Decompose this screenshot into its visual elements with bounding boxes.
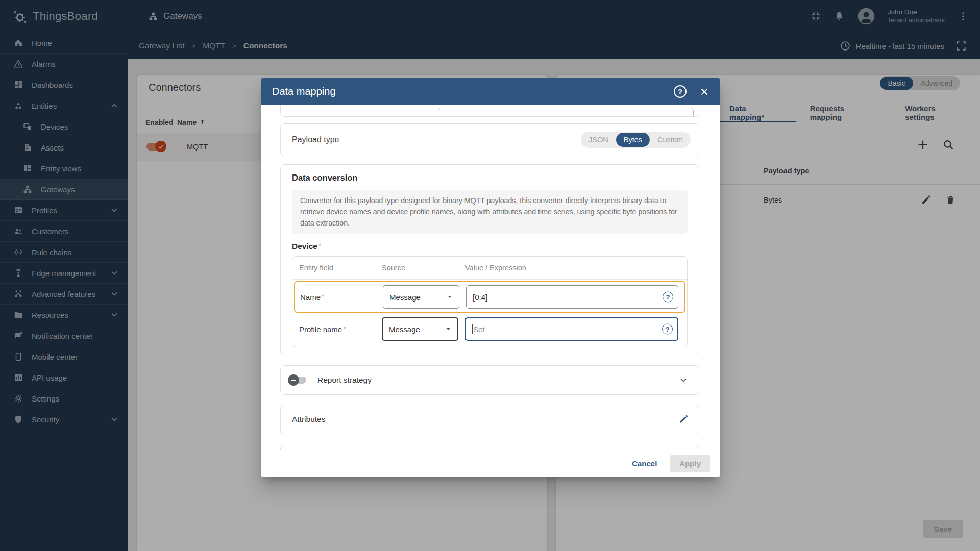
apply-button[interactable]: Apply bbox=[670, 455, 710, 472]
partial-input-outline bbox=[438, 108, 694, 117]
field-profile-name-label: Profile name* bbox=[299, 325, 382, 334]
payload-type-card: Payload type JSON Bytes Custom bbox=[280, 123, 699, 156]
payload-type-label: Payload type bbox=[292, 135, 339, 144]
profile-expression-value: Set bbox=[473, 325, 485, 334]
screen: ThingsBoard Gateways John bbox=[0, 0, 980, 551]
profile-source-value: Message bbox=[389, 325, 420, 334]
next-card-partial bbox=[280, 445, 699, 450]
text-cursor bbox=[472, 324, 473, 334]
attributes-card: Attributes bbox=[280, 405, 699, 434]
report-strategy-card[interactable]: Report strategy bbox=[280, 365, 699, 395]
profile-source-select[interactable]: Message bbox=[382, 317, 458, 341]
close-icon[interactable] bbox=[699, 86, 710, 97]
name-expression-input[interactable]: [0:4] ? bbox=[466, 285, 678, 309]
dropdown-caret-icon bbox=[446, 293, 454, 301]
payload-type-segmented: JSON Bytes Custom bbox=[581, 132, 691, 148]
dialog-title: Data mapping bbox=[272, 86, 336, 97]
cancel-button[interactable]: Cancel bbox=[624, 455, 665, 472]
required-mark: * bbox=[318, 242, 321, 249]
help-icon[interactable]: ? bbox=[674, 85, 687, 98]
data-conversion-card: Data conversion Converter for this paylo… bbox=[280, 164, 699, 354]
device-row-name: Name* Message [0:4] ? bbox=[294, 281, 685, 313]
dropdown-caret-icon bbox=[444, 325, 452, 333]
converter-description: Converter for this payload type designed… bbox=[292, 190, 688, 234]
name-expression-value: [0:4] bbox=[473, 293, 487, 302]
dialog-header: Data mapping ? bbox=[261, 78, 720, 105]
column-entity-field: Entity field bbox=[299, 264, 382, 272]
expression-help-icon[interactable]: ? bbox=[663, 292, 673, 303]
expression-help-icon[interactable]: ? bbox=[662, 324, 673, 335]
data-mapping-dialog: Data mapping ? Payload type JSON Bytes C… bbox=[261, 78, 720, 477]
field-name-label: Name* bbox=[300, 293, 383, 302]
device-table: Entity field Source Value / Expression N… bbox=[292, 256, 688, 347]
name-source-value: Message bbox=[389, 293, 421, 302]
payload-option-bytes[interactable]: Bytes bbox=[616, 133, 650, 147]
column-value-expression: Value / Expression bbox=[465, 264, 687, 272]
attributes-label: Attributes bbox=[292, 415, 325, 424]
device-table-header: Entity field Source Value / Expression bbox=[292, 257, 687, 280]
device-heading: Device* bbox=[292, 242, 688, 251]
name-source-select[interactable]: Message bbox=[383, 285, 459, 309]
device-row-profile-name: Profile name* Message Set ? bbox=[295, 314, 684, 344]
minus-icon bbox=[291, 380, 296, 381]
dialog-footer: Cancel Apply bbox=[261, 450, 720, 477]
payload-option-json[interactable]: JSON bbox=[581, 133, 616, 147]
scrolled-card-partial bbox=[280, 105, 699, 117]
column-source: Source bbox=[382, 264, 465, 272]
data-conversion-heading: Data conversion bbox=[292, 173, 688, 183]
report-strategy-toggle[interactable] bbox=[289, 377, 306, 384]
edit-attributes-pencil-icon[interactable] bbox=[678, 414, 689, 424]
chevron-down-icon bbox=[678, 375, 689, 385]
payload-option-custom[interactable]: Custom bbox=[650, 133, 691, 147]
profile-expression-input[interactable]: Set ? bbox=[465, 317, 678, 341]
report-strategy-label: Report strategy bbox=[317, 375, 372, 385]
